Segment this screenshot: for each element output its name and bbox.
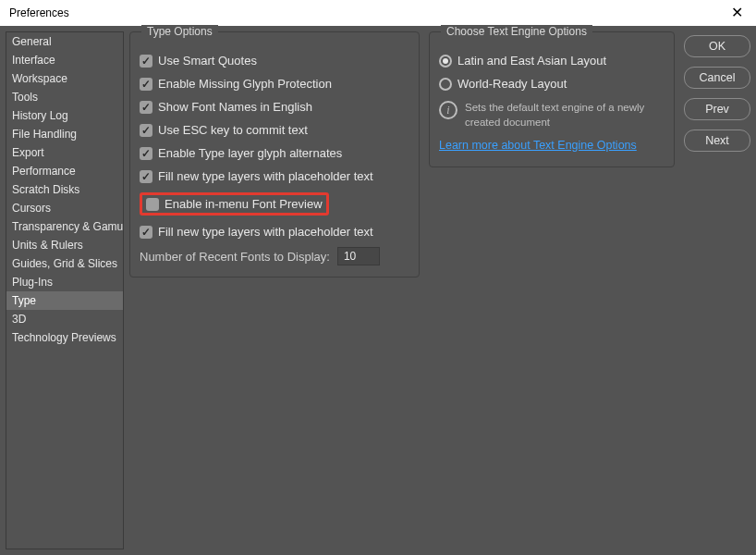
type-option-row: Use Smart Quotes [140,49,409,72]
sidebar-item-units-rulers[interactable]: Units & Rulers [6,236,123,254]
checkbox[interactable] [146,198,159,211]
text-engine-column: Choose Text Engine Options Latin and Eas… [429,31,675,167]
recent-fonts-row: Number of Recent Fonts to Display: [140,243,409,265]
window-title: Preferences [7,6,69,19]
sidebar-item-scratch-disks[interactable]: Scratch Disks [6,180,123,199]
text-engine-group: Choose Text Engine Options Latin and Eas… [429,31,675,167]
type-option-row: Enable Missing Glyph Protection [140,72,409,95]
cancel-button[interactable]: Cancel [684,67,750,89]
sidebar-item-plug-ins[interactable]: Plug-Ins [6,273,123,291]
recent-fonts-label: Number of Recent Fonts to Display: [140,250,330,264]
sidebar-item-3d[interactable]: 3D [6,310,123,328]
type-option-row: Enable Type layer glyph alternates [140,142,409,165]
type-option-row: Fill new type layers with placeholder te… [140,165,409,188]
sidebar: GeneralInterfaceWorkspaceToolsHistory Lo… [6,31,124,549]
sidebar-item-tools[interactable]: Tools [6,88,123,106]
checkbox[interactable] [140,101,152,114]
option-label: Latin and East Asian Layout [457,54,606,68]
checkbox[interactable] [140,55,152,68]
option-label: Enable Type layer glyph alternates [158,146,342,160]
text-engine-option: World-Ready Layout [439,72,665,95]
checkbox[interactable] [140,170,152,183]
close-icon[interactable]: ✕ [726,4,749,22]
sidebar-item-technology-previews[interactable]: Technology Previews [6,328,123,347]
option-label: Use ESC key to commit text [158,123,308,137]
sidebar-item-cursors[interactable]: Cursors [6,199,123,217]
radio[interactable] [439,78,452,91]
sidebar-item-general[interactable]: General [6,32,123,51]
highlighted-option: Enable in-menu Font Preview [140,192,329,216]
sidebar-item-workspace[interactable]: Workspace [6,69,123,88]
info-icon: i [439,101,457,119]
type-option-row: Fill new type layers with placeholder te… [140,220,409,243]
prev-button[interactable]: Prev [684,98,750,120]
sidebar-item-history-log[interactable]: History Log [6,106,123,125]
option-label: Use Smart Quotes [158,54,257,68]
text-engine-legend: Choose Text Engine Options [441,25,592,38]
type-options-legend: Type Options [141,25,218,38]
sidebar-item-performance[interactable]: Performance [6,162,123,180]
option-label: Enable Missing Glyph Protection [158,77,332,91]
preferences-window: Preferences ✕ GeneralInterfaceWorkspaceT… [0,0,756,555]
sidebar-item-export[interactable]: Export [6,143,123,162]
sidebar-item-interface[interactable]: Interface [6,51,123,69]
option-label: Fill new type layers with placeholder te… [158,225,373,239]
text-engine-info-text: Sets the default text engine of a newly … [465,101,665,130]
option-label: Show Font Names in English [158,100,312,114]
option-label: Enable in-menu Font Preview [165,197,323,211]
text-engine-info: i Sets the default text engine of a newl… [439,95,665,130]
sidebar-item-type[interactable]: Type [6,291,123,310]
text-engine-learn-more-link[interactable]: Learn more about Text Engine Options [439,130,637,152]
next-button[interactable]: Next [684,130,750,152]
option-label: World-Ready Layout [457,77,567,91]
type-options-group: Type Options Use Smart QuotesEnable Miss… [129,31,420,278]
type-option-row: Show Font Names in English [140,95,409,118]
sidebar-item-transparency-gamut[interactable]: Transparency & Gamut [6,217,123,236]
option-label: Fill new type layers with placeholder te… [158,169,373,183]
checkbox[interactable] [140,147,152,160]
type-options-column: Type Options Use Smart QuotesEnable Miss… [129,31,420,278]
checkbox[interactable] [140,226,152,239]
type-option-row: Enable in-menu Font Preview [140,188,409,220]
action-buttons: OK Cancel Prev Next [684,31,750,152]
type-option-row: Use ESC key to commit text [140,118,409,142]
content-area: GeneralInterfaceWorkspaceToolsHistory Lo… [0,26,756,555]
checkbox[interactable] [140,124,152,137]
sidebar-item-file-handling[interactable]: File Handling [6,125,123,143]
radio[interactable] [439,55,452,68]
titlebar: Preferences ✕ [0,0,756,26]
recent-fonts-input[interactable] [337,247,380,265]
ok-button[interactable]: OK [684,35,750,57]
main: Type Options Use Smart QuotesEnable Miss… [129,31,750,549]
checkbox[interactable] [140,78,152,91]
text-engine-option: Latin and East Asian Layout [439,49,665,72]
sidebar-item-guides-grid-slices[interactable]: Guides, Grid & Slices [6,254,123,273]
